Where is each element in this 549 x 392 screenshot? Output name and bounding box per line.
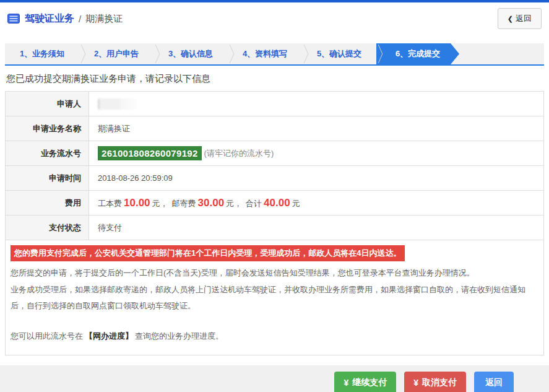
continue-payment-button[interactable]: ¥ 继续支付 xyxy=(334,372,396,392)
page-subtitle: 期满换证 xyxy=(85,13,123,25)
hint-suffix: 查询您的业务办理进度。 xyxy=(135,331,223,341)
footer-back-label: 返回 xyxy=(485,377,503,388)
fee-total: 合计40.00元 xyxy=(246,197,300,209)
row-label: 费用 xyxy=(6,191,89,215)
row-label: 业务流水号 xyxy=(6,141,89,165)
fee-production-cost: 工本费10.00元， xyxy=(98,197,168,209)
yen-icon: ¥ xyxy=(344,378,348,388)
row-value: 261001808260079192 (请牢记你的流水号) xyxy=(89,141,543,165)
document-list-icon xyxy=(7,14,20,24)
row-label: 申请时间 xyxy=(6,166,89,190)
payment-status-value: 待支付 xyxy=(89,216,543,240)
breadcrumb: 驾驶证业务 / 期满换证 xyxy=(7,12,123,25)
row-value: 期满换证 xyxy=(89,116,543,141)
notice-section: 您的费用支付完成后，公安机关交通管理部门将在1个工作日内受理，受理成功后，邮政人… xyxy=(6,240,543,355)
notice-paragraph-1: 您所提交的申请，将于提交后的一个工作日(不含当天)受理，届时会发送短信告知受理结… xyxy=(11,265,538,282)
page-container: 驾驶证业务 / 期满换证 ❮ 返回 1、业务须知 2、用户申告 3、确认信息 4… xyxy=(0,2,549,355)
progress-hint: 您可以用此流水号在【网办进度】查询您的业务办理进度。 xyxy=(11,328,538,345)
step-6-complete-submit[interactable]: 6、完成提交 xyxy=(376,43,459,64)
action-footer: ¥ 继续支付 ¥ 取消支付 返回 xyxy=(0,365,549,392)
step-5-confirm-submit[interactable]: 5、确认提交 xyxy=(302,43,376,64)
table-row-fees: 费用 工本费10.00元， 邮寄费30.00元， 合计40.00元 xyxy=(6,191,543,216)
footer-back-button[interactable]: 返回 xyxy=(474,372,514,392)
page-header: 驾驶证业务 / 期满换证 ❮ 返回 xyxy=(5,2,544,35)
header-back-label: 返回 xyxy=(516,13,532,24)
step-1-business-notice[interactable]: 1、业务须知 xyxy=(5,43,79,64)
notice-paragraph-2: 业务成功受理后，如果选择邮政寄递的，邮政人员将上门送达机动车驾驶证，并收取办理业… xyxy=(11,282,538,315)
row-label: 申请业务名称 xyxy=(6,116,89,141)
serial-number-badge: 261001808260079192 xyxy=(98,146,202,160)
row-value: 2018-08-26 20:59:09 xyxy=(89,166,543,190)
step-2-user-declaration[interactable]: 2、用户申告 xyxy=(79,43,153,64)
table-row-business-name: 申请业务名称 期满换证 xyxy=(6,116,543,141)
table-row-serial-number: 业务流水号 261001808260079192 (请牢记你的流水号) xyxy=(6,141,543,166)
step-4-fill-materials[interactable]: 4、资料填写 xyxy=(228,43,302,64)
fee-total-amount: 40.00 xyxy=(264,197,290,209)
header-back-button[interactable]: ❮ 返回 xyxy=(498,8,542,29)
row-value xyxy=(89,92,543,116)
table-row-payment-status: 支付状态 待支付 xyxy=(6,216,543,240)
hint-menu-reference: 【网办进度】 xyxy=(85,331,133,341)
row-label: 支付状态 xyxy=(6,216,89,240)
yen-icon: ¥ xyxy=(413,378,418,388)
step-3-confirm-info[interactable]: 3、确认信息 xyxy=(153,43,228,64)
table-row-applicant: 申请人 xyxy=(6,92,543,116)
page-title: 驾驶证业务 xyxy=(25,12,74,25)
redacted-name-blur xyxy=(98,98,137,110)
breadcrumb-separator: / xyxy=(79,14,81,24)
application-info-table: 申请人 申请业务名称 期满换证 业务流水号 261001808260079192… xyxy=(5,91,544,355)
fee-production-amount: 10.00 xyxy=(124,197,150,209)
continue-payment-label: 继续支付 xyxy=(352,377,387,388)
cancel-payment-label: 取消支付 xyxy=(422,377,457,388)
alert-banner: 您的费用支付完成后，公安机关交通管理部门将在1个工作日内受理，受理成功后，邮政人… xyxy=(11,245,405,261)
row-value: 工本费10.00元， 邮寄费30.00元， 合计40.00元 xyxy=(89,191,543,215)
cancel-payment-button[interactable]: ¥ 取消支付 xyxy=(404,372,466,392)
chevron-left-icon: ❮ xyxy=(508,15,513,23)
row-label: 申请人 xyxy=(6,92,89,116)
wizard-step-nav: 1、业务须知 2、用户申告 3、确认信息 4、资料填写 5、确认提交 6、完成提… xyxy=(5,43,544,66)
hint-prefix: 您可以用此流水号在 xyxy=(11,331,83,341)
fee-postage-amount: 30.00 xyxy=(198,197,225,209)
fee-postage: 邮寄费30.00元， xyxy=(172,197,243,209)
serial-number-note: (请牢记你的流水号) xyxy=(204,148,274,159)
success-message: 您已成功提交期满换证业务申请，请记录以下信息 xyxy=(5,66,544,91)
table-row-apply-time: 申请时间 2018-08-26 20:59:09 xyxy=(6,166,543,191)
